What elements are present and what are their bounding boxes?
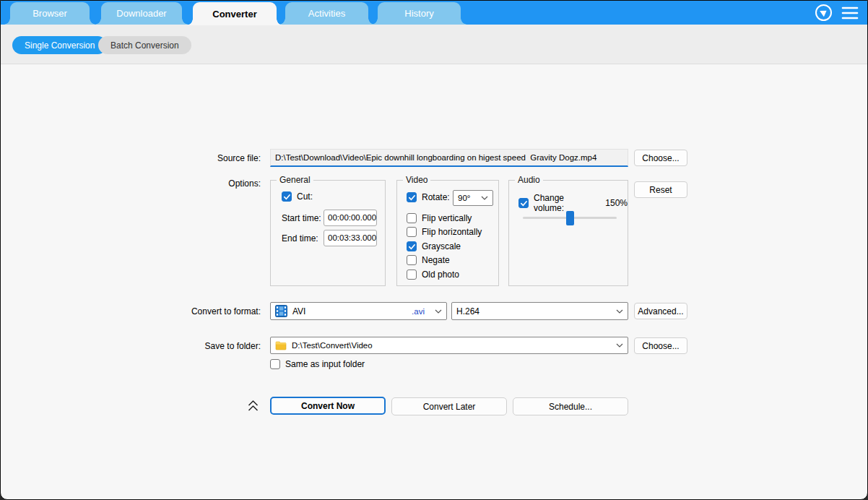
sub-tab-bar: Single Conversion Batch Conversion (1, 25, 867, 64)
video-groupbox: Video Rotate: 90° Flip vertically Flip h… (396, 180, 499, 286)
grayscale-checkbox[interactable] (407, 241, 417, 251)
rotate-value: 90° (458, 194, 470, 202)
convert-to-format-label: Convert to format: (174, 306, 261, 316)
convert-now-button[interactable]: Convert Now (270, 397, 386, 415)
rotate-row: Rotate: (407, 192, 450, 202)
play-circle-icon[interactable] (815, 4, 833, 22)
tab-converter-label: Converter (212, 9, 256, 20)
general-groupbox: General Cut: Start time: 00:00:00.000 En… (270, 180, 386, 286)
tab-activities[interactable]: Activities (285, 2, 368, 25)
folder-icon (275, 341, 287, 350)
volume-slider-thumb[interactable] (566, 211, 574, 225)
old-photo-checkbox[interactable] (407, 270, 417, 280)
convert-later-button[interactable]: Convert Later (391, 397, 507, 415)
cut-row: Cut: (282, 191, 313, 202)
save-folder-select[interactable]: D:\Test\Convert\Video (270, 337, 628, 354)
format-value: AVI (292, 306, 305, 316)
start-time-label: Start time: (282, 213, 321, 223)
tab-bar: Browser Downloader Converter Activities … (1, 1, 867, 25)
change-volume-checkbox[interactable] (518, 198, 529, 208)
save-to-folder-label: Save to folder: (174, 341, 261, 351)
negate-row: Negate (407, 255, 450, 265)
grayscale-label: Grayscale (422, 241, 461, 251)
app-window: Browser Downloader Converter Activities … (0, 0, 868, 500)
same-as-input-label: Same as input folder (285, 359, 365, 369)
format-extension: .avi (412, 307, 425, 316)
chevron-down-icon (481, 196, 488, 200)
advanced-button[interactable]: Advanced... (634, 303, 687, 319)
collapse-options-icon[interactable] (247, 399, 259, 413)
options-label: Options: (174, 178, 261, 189)
flip-vertically-checkbox[interactable] (407, 213, 417, 223)
menu-icon[interactable] (841, 6, 859, 20)
flip-horizontally-label: Flip horizontally (422, 227, 482, 237)
rotate-checkbox[interactable] (407, 192, 417, 202)
change-volume-label: Change volume: (534, 193, 596, 213)
tab-activities-label: Activities (308, 8, 345, 19)
choose-folder-button[interactable]: Choose... (634, 337, 687, 354)
schedule-button[interactable]: Schedule... (513, 397, 628, 415)
cut-checkbox[interactable] (282, 191, 292, 202)
header-icons (815, 1, 859, 25)
old-photo-row: Old photo (407, 270, 459, 280)
same-as-input-row: Same as input folder (270, 359, 365, 369)
video-legend: Video (403, 175, 430, 185)
flip-vertically-row: Flip vertically (407, 213, 472, 223)
audio-legend: Audio (515, 175, 543, 185)
chevron-down-icon (616, 343, 623, 348)
save-folder-value: D:\Test\Convert\Video (292, 341, 373, 350)
audio-groupbox: Audio Change volume: 150% (508, 180, 628, 286)
film-icon (275, 305, 287, 317)
cut-label: Cut: (297, 191, 313, 202)
tab-downloader-label: Downloader (116, 8, 166, 19)
volume-value: 150% (605, 198, 628, 208)
chevron-down-icon (616, 309, 623, 314)
tab-browser[interactable]: Browser (10, 2, 90, 25)
reset-button[interactable]: Reset (634, 181, 687, 198)
chevron-down-icon (435, 309, 442, 314)
start-time-input[interactable]: 00:00:00.000 (324, 210, 377, 226)
grayscale-row: Grayscale (407, 241, 461, 251)
same-as-input-checkbox[interactable] (270, 359, 280, 369)
old-photo-label: Old photo (422, 270, 459, 280)
source-file-label: Source file: (174, 153, 261, 163)
flip-horizontally-row: Flip horizontally (407, 227, 482, 237)
rotate-select[interactable]: 90° (453, 190, 493, 206)
tab-downloader[interactable]: Downloader (101, 2, 182, 25)
rotate-label: Rotate: (422, 192, 450, 202)
negate-label: Negate (422, 255, 450, 265)
tab-browser-label: Browser (32, 8, 67, 19)
codec-value: H.264 (456, 306, 479, 316)
tab-history-label: History (404, 8, 433, 19)
single-conversion-tab[interactable]: Single Conversion (12, 36, 107, 54)
source-file-input[interactable]: D:\Test\Download\Video\Epic downhill lon… (270, 149, 628, 167)
batch-conversion-tab[interactable]: Batch Conversion (98, 36, 191, 54)
general-legend: General (277, 175, 313, 185)
end-time-label: End time: (282, 233, 321, 243)
negate-checkbox[interactable] (407, 255, 417, 265)
end-time-input[interactable]: 00:03:33.000 (324, 230, 377, 246)
flip-vertically-label: Flip vertically (422, 213, 472, 223)
codec-select[interactable]: H.264 (451, 302, 628, 320)
tab-history[interactable]: History (378, 2, 461, 25)
format-select[interactable]: AVI .avi (270, 302, 447, 320)
change-volume-row: Change volume: 150% (518, 193, 628, 213)
choose-source-button[interactable]: Choose... (634, 150, 687, 166)
flip-horizontally-checkbox[interactable] (407, 227, 417, 237)
tab-converter[interactable]: Converter (193, 2, 277, 25)
